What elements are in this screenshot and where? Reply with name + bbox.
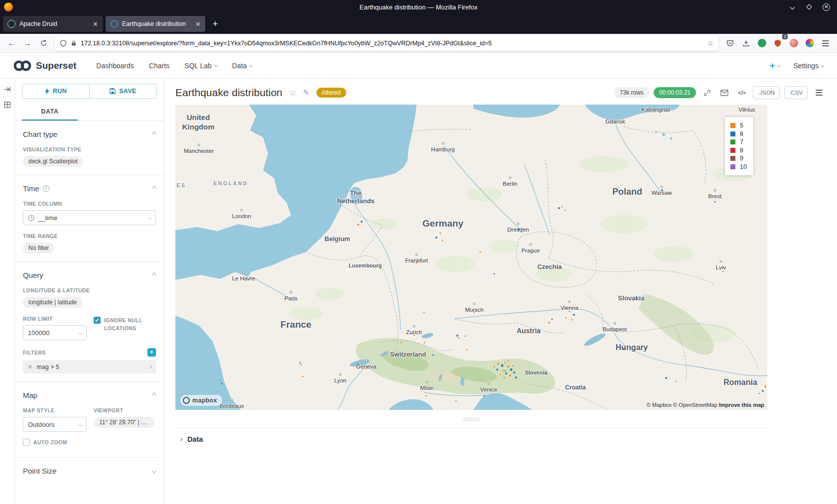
earthquake-data-point[interactable] xyxy=(552,319,553,320)
reload-button[interactable] xyxy=(36,36,51,51)
nav-dashboards[interactable]: Dashboards xyxy=(96,62,134,70)
section-header-map[interactable]: Map xyxy=(23,391,156,399)
extension-green-icon[interactable] xyxy=(754,36,769,51)
earthquake-data-point[interactable] xyxy=(456,335,458,337)
tab-close-icon[interactable]: ✕ xyxy=(93,20,98,28)
legend-item[interactable]: 8 xyxy=(730,146,747,155)
earthquake-data-point[interactable] xyxy=(521,232,523,233)
earthquake-data-point[interactable] xyxy=(623,348,625,350)
earthquake-data-point[interactable] xyxy=(571,319,573,321)
url-bar[interactable]: 172.18.0.3:32108/superset/explore/?form_… xyxy=(55,36,718,51)
earthquake-data-point[interactable] xyxy=(496,369,498,371)
window-close-button[interactable]: ✕ xyxy=(823,3,830,11)
legend-item[interactable]: 5 xyxy=(730,122,747,130)
downloads-icon[interactable] xyxy=(738,36,753,51)
earthquake-data-point[interactable] xyxy=(764,385,766,387)
pocket-icon[interactable] xyxy=(722,36,737,51)
earthquake-data-point[interactable] xyxy=(500,374,501,376)
earthquake-data-point[interactable] xyxy=(505,371,506,372)
earthquake-data-point[interactable] xyxy=(465,336,466,337)
earthquake-data-point[interactable] xyxy=(221,383,223,384)
forward-button[interactable]: → xyxy=(20,36,35,51)
tab-data[interactable]: DATA xyxy=(22,103,78,121)
map-style-select[interactable]: Outdoors xyxy=(23,417,87,432)
earthquake-data-point[interactable] xyxy=(762,390,764,392)
legend-item[interactable]: 7 xyxy=(730,138,747,146)
share-link-button[interactable] xyxy=(700,86,713,99)
email-button[interactable] xyxy=(718,86,731,99)
edit-properties-icon[interactable]: ✎ xyxy=(303,88,309,97)
earthquake-data-point[interactable] xyxy=(661,189,663,191)
earthquake-data-point[interactable] xyxy=(503,370,504,372)
expand-panel-icon[interactable] xyxy=(3,86,11,93)
window-maximize-button[interactable] xyxy=(806,3,813,10)
row-limit-select[interactable]: 100000 xyxy=(23,325,87,340)
earthquake-data-point[interactable] xyxy=(401,342,402,344)
earthquake-data-point[interactable] xyxy=(219,379,221,380)
auto-zoom-checkbox[interactable] xyxy=(23,439,30,446)
section-header-point-size[interactable]: Point Size xyxy=(23,467,156,475)
earthquake-data-point[interactable] xyxy=(299,362,301,364)
add-filter-button[interactable]: + xyxy=(147,348,156,357)
earthquake-data-point[interactable] xyxy=(302,376,304,378)
earthquake-data-point[interactable] xyxy=(361,221,363,223)
csv-export-button[interactable]: .CSV xyxy=(784,86,808,99)
earthquake-data-point[interactable] xyxy=(484,395,485,397)
ignore-null-control[interactable]: ✓ IGNORE NULL LOCATIONS xyxy=(94,317,156,333)
new-tab-button[interactable]: + xyxy=(208,17,222,31)
earthquake-data-point[interactable] xyxy=(217,391,219,392)
window-minimize-button[interactable] xyxy=(789,3,796,10)
earthquake-data-point[interactable] xyxy=(505,362,506,364)
earthquake-data-point[interactable] xyxy=(676,381,677,382)
earthquake-data-point[interactable] xyxy=(723,271,724,272)
auto-zoom-control[interactable]: AUTO ZOOM xyxy=(23,439,87,446)
lonlat-chip[interactable]: longitude | latitude xyxy=(23,297,82,308)
section-header-chart-type[interactable]: Chart type xyxy=(23,130,156,138)
nav-charts[interactable]: Charts xyxy=(149,62,169,70)
time-column-select[interactable]: __time xyxy=(23,210,156,225)
earthquake-data-point[interactable] xyxy=(424,342,425,344)
earthquake-data-point[interactable] xyxy=(561,206,563,208)
superset-brand[interactable]: Superset xyxy=(13,60,76,72)
earthquake-data-point[interactable] xyxy=(504,377,505,378)
earthquake-data-point[interactable] xyxy=(714,201,716,203)
earthquake-data-point[interactable] xyxy=(366,368,367,370)
shield-icon[interactable] xyxy=(60,40,67,47)
browser-tab-earthquake-distribution[interactable]: Earthquake distribution ✕ xyxy=(106,16,205,32)
resize-gripper[interactable] xyxy=(463,418,480,420)
earthquake-data-point[interactable] xyxy=(480,252,481,253)
earthquake-data-point[interactable] xyxy=(357,364,359,365)
favorite-star-icon[interactable]: ☆ xyxy=(289,88,296,98)
earthquake-data-point[interactable] xyxy=(300,364,302,366)
run-button[interactable]: RUN xyxy=(22,84,90,99)
earthquake-data-point[interactable] xyxy=(423,312,425,313)
nav-sql-lab[interactable]: SQL Lab xyxy=(184,62,217,70)
browser-tab-apache-druid[interactable]: Apache Druid ✕ xyxy=(3,16,103,32)
deckgl-scatterplot-map[interactable]: UnitedKingdomTheNetherlandsFranceGermany… xyxy=(175,105,767,410)
section-header-query[interactable]: Query xyxy=(23,271,156,279)
section-header-time[interactable]: Timei xyxy=(23,184,156,193)
adblock-extension-icon[interactable]: 2 xyxy=(770,36,785,51)
earthquake-data-point[interactable] xyxy=(569,311,570,312)
earthquake-data-point[interactable] xyxy=(518,228,520,230)
earthquake-data-point[interactable] xyxy=(494,273,495,275)
legend-item[interactable]: 10 xyxy=(730,163,747,171)
settings-menu[interactable]: Settings xyxy=(793,62,824,70)
earthquake-data-point[interactable] xyxy=(425,395,427,397)
earthquake-data-point[interactable] xyxy=(548,322,550,324)
extension-pinwheel-icon[interactable] xyxy=(802,36,817,51)
dataset-grid-icon[interactable] xyxy=(3,101,11,109)
earthquake-data-point[interactable] xyxy=(505,373,507,375)
viewport-chip[interactable]: 11° 28' 29.70" | 50... xyxy=(94,417,154,428)
json-export-button[interactable]: .JSON xyxy=(753,86,780,99)
earthquake-data-point[interactable] xyxy=(665,377,667,379)
back-button[interactable]: ← xyxy=(4,36,19,51)
earthquake-data-point[interactable] xyxy=(440,233,441,234)
ignore-null-checkbox[interactable]: ✓ xyxy=(94,317,101,324)
earthquake-data-point[interactable] xyxy=(466,349,468,351)
earthquake-data-point[interactable] xyxy=(759,393,760,394)
osm-attribution-link[interactable]: © OpenStreetMap xyxy=(673,402,717,408)
new-item-button[interactable]: + xyxy=(770,62,781,69)
embed-code-button[interactable]: </> xyxy=(735,86,748,99)
earthquake-data-point[interactable] xyxy=(565,317,567,319)
